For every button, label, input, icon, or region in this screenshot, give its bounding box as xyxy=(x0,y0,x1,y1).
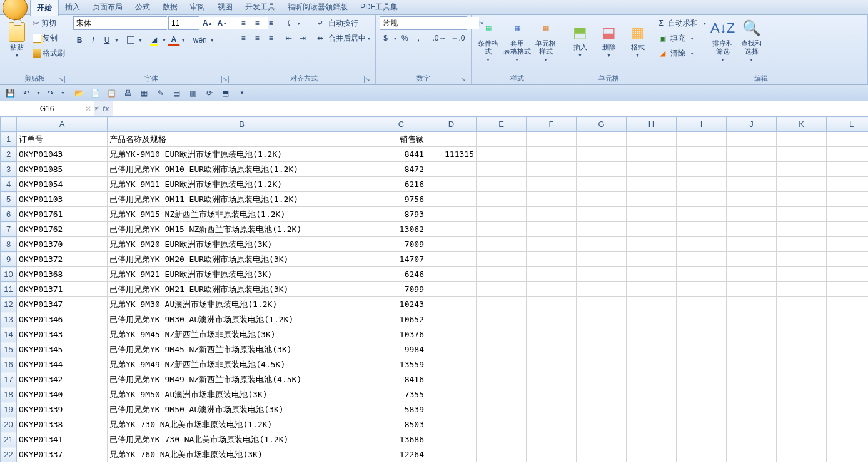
cell[interactable]: OKYP01345 xyxy=(17,342,108,357)
cell[interactable] xyxy=(527,282,577,297)
cell[interactable] xyxy=(426,222,477,237)
cell[interactable] xyxy=(426,132,477,147)
formula-input[interactable] xyxy=(113,101,868,116)
cell[interactable] xyxy=(627,402,677,417)
align-center-button[interactable]: ≡ xyxy=(251,32,263,44)
tab-公式[interactable]: 公式 xyxy=(129,0,156,16)
cell[interactable] xyxy=(727,372,777,387)
font-color-button[interactable]: A xyxy=(168,34,180,46)
fx-icon[interactable]: fx xyxy=(103,104,109,113)
cell[interactable]: 8472 xyxy=(376,162,426,177)
cell[interactable]: 8793 xyxy=(376,207,426,222)
cell[interactable] xyxy=(777,252,827,267)
cell[interactable] xyxy=(477,387,527,402)
bold-button[interactable]: B xyxy=(73,34,86,46)
cell[interactable] xyxy=(827,192,869,207)
cell[interactable] xyxy=(677,357,727,372)
cell[interactable] xyxy=(627,132,677,147)
cell[interactable] xyxy=(577,237,627,252)
sort-filter-button[interactable]: A↓Z 排序和 筛选▼ xyxy=(710,16,736,65)
row-header[interactable]: 2 xyxy=(1,147,17,162)
cell[interactable] xyxy=(777,297,827,312)
cell[interactable]: OKYP01340 xyxy=(17,387,108,402)
column-header-D[interactable]: D xyxy=(426,117,477,132)
cell[interactable] xyxy=(677,342,727,357)
cell[interactable] xyxy=(477,252,527,267)
cell[interactable]: 6216 xyxy=(376,177,426,192)
cell[interactable] xyxy=(727,222,777,237)
cell[interactable] xyxy=(677,162,727,177)
cell[interactable]: 兄弟YK-9M10 EUR欧洲市场非原装电池(1.2K) xyxy=(108,147,376,162)
cell[interactable] xyxy=(426,207,477,222)
cell[interactable]: 12264 xyxy=(376,447,426,462)
increase-decimal-button[interactable]: .0→ xyxy=(430,32,448,44)
cell[interactable]: OKYP01371 xyxy=(17,282,108,297)
cell[interactable] xyxy=(827,372,869,387)
cell[interactable] xyxy=(527,447,577,462)
cell[interactable] xyxy=(727,417,777,432)
cell[interactable] xyxy=(777,147,827,162)
cell[interactable]: 9984 xyxy=(376,342,426,357)
cell[interactable] xyxy=(827,207,869,222)
align-right-button[interactable]: ≡ xyxy=(265,32,277,44)
cell[interactable]: OKYP01343 xyxy=(17,327,108,342)
cell[interactable] xyxy=(426,192,477,207)
cell[interactable] xyxy=(627,282,677,297)
cell[interactable] xyxy=(827,342,869,357)
cell[interactable] xyxy=(477,327,527,342)
cell[interactable] xyxy=(677,177,727,192)
cell[interactable]: 13062 xyxy=(376,222,426,237)
cell[interactable] xyxy=(727,312,777,327)
cell[interactable] xyxy=(627,222,677,237)
cell[interactable]: OKYP01370 xyxy=(17,237,108,252)
phonetic-button[interactable]: wén xyxy=(191,34,209,46)
orientation-button[interactable]: ⤹ xyxy=(283,17,295,29)
grow-font-button[interactable]: A▲ xyxy=(201,17,214,29)
cell[interactable]: 兄弟YK-730 NA北美市场非原装电池(1.2K) xyxy=(108,417,376,432)
cell[interactable]: 5839 xyxy=(376,402,426,417)
cell[interactable] xyxy=(627,327,677,342)
cell[interactable] xyxy=(577,342,627,357)
cell[interactable]: 销售额 xyxy=(376,132,426,147)
cell[interactable]: 10243 xyxy=(376,297,426,312)
cell[interactable] xyxy=(777,402,827,417)
cell[interactable] xyxy=(777,312,827,327)
cell[interactable] xyxy=(477,342,527,357)
cell[interactable]: 7099 xyxy=(376,282,426,297)
cell[interactable] xyxy=(527,417,577,432)
row-header[interactable]: 10 xyxy=(1,267,17,282)
align-left-button[interactable]: ≡ xyxy=(237,32,250,44)
column-header-G[interactable]: G xyxy=(577,117,627,132)
cell[interactable] xyxy=(827,147,869,162)
cell[interactable] xyxy=(777,417,827,432)
cell[interactable] xyxy=(827,237,869,252)
shrink-font-button[interactable]: A▼ xyxy=(216,17,230,29)
cell[interactable] xyxy=(827,417,869,432)
cell[interactable] xyxy=(577,297,627,312)
paste-qat-button[interactable]: 📋 xyxy=(106,87,118,99)
cell-styles-button[interactable]: ▦ 单元格 样式▼ xyxy=(533,16,559,65)
cell[interactable] xyxy=(527,147,577,162)
row-header[interactable]: 19 xyxy=(1,402,17,417)
cell[interactable] xyxy=(677,282,727,297)
cell[interactable] xyxy=(677,132,727,147)
cell[interactable]: 已停用兄弟YK-730 NA北美市场原装电池(1.2K) xyxy=(108,432,376,447)
cell[interactable]: OKYP01762 xyxy=(17,222,108,237)
row-header[interactable]: 21 xyxy=(1,432,17,447)
cell[interactable] xyxy=(677,222,727,237)
paste-button[interactable]: 粘贴 ▼ xyxy=(4,16,30,65)
cell[interactable] xyxy=(527,387,577,402)
cell[interactable] xyxy=(827,327,869,342)
format-cells-button[interactable]: ▦ 格式▼ xyxy=(625,16,651,65)
row-header[interactable]: 4 xyxy=(1,177,17,192)
cell[interactable] xyxy=(477,237,527,252)
cell[interactable] xyxy=(426,387,477,402)
cell[interactable] xyxy=(527,342,577,357)
cell[interactable] xyxy=(577,387,627,402)
cell[interactable] xyxy=(577,402,627,417)
cell[interactable]: 13559 xyxy=(376,357,426,372)
row-header[interactable]: 17 xyxy=(1,372,17,387)
font-name-combo[interactable]: ▼ xyxy=(73,16,167,30)
copy-button[interactable]: 复制 xyxy=(33,31,65,45)
wrap-text-button[interactable]: ⤶ 自动换行 xyxy=(317,16,371,30)
